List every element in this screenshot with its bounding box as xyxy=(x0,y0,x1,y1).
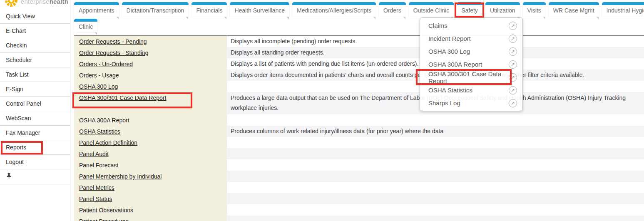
tab-label: Safety xyxy=(461,7,478,14)
tab-fold-icon xyxy=(596,17,599,19)
tab-label: WR Case Mgmt xyxy=(553,7,594,14)
report-description xyxy=(227,114,644,126)
menu-item-incident-report[interactable]: Incident Report ↗ xyxy=(420,32,522,45)
sidebar-item-quick-view[interactable]: Quick View xyxy=(0,9,70,24)
menu-item-label: Sharps Log xyxy=(428,99,460,107)
report-link-orders-usage[interactable]: Orders - Usage xyxy=(79,72,119,79)
sidebar: enterprisehealth Quick View E-Chart Chec… xyxy=(0,0,70,221)
menu-item-osha-300a-report[interactable]: OSHA 300A Report ↗ xyxy=(420,58,522,71)
tab-visits[interactable]: Visits xyxy=(523,2,546,17)
open-in-new-icon[interactable]: ↗ xyxy=(509,22,517,30)
tab-dictation-transcription[interactable]: Dictation/Transcription xyxy=(122,2,189,17)
sidebar-pin-row xyxy=(0,169,70,184)
sidebar-item-webscan[interactable]: WebScan xyxy=(0,111,70,126)
report-description: Produces columns of work related injury/… xyxy=(227,126,644,137)
tab-label: Clinic xyxy=(79,23,93,30)
report-link-order-requests-standing[interactable]: Order Requests - Standing xyxy=(79,50,149,56)
menu-item-sharps-log[interactable]: Sharps Log ↗ xyxy=(420,97,522,109)
tab-label: Medications/Allergies/Scripts xyxy=(297,7,371,14)
menu-item-label: OSHA 300 Log xyxy=(428,48,470,55)
report-link-panel-metrics[interactable]: Panel Metrics xyxy=(79,184,114,191)
tab-label: Financials xyxy=(196,7,222,14)
report-link-panel-membership-by-individual[interactable]: Panel Membership by Individual xyxy=(79,173,162,180)
tab-wr-case-mgmt[interactable]: WR Case Mgmt xyxy=(549,2,599,17)
report-link-order-requests-pending[interactable]: Order Requests - Pending xyxy=(79,38,147,45)
tab-label: Health Surveillance xyxy=(234,7,285,14)
tab-fold-icon xyxy=(186,17,188,19)
open-in-new-icon[interactable]: ↗ xyxy=(509,99,517,107)
tab-fold-icon xyxy=(543,17,545,19)
open-in-new-icon[interactable]: ↗ xyxy=(509,35,517,43)
report-link-patient-observations[interactable]: Patient Observations xyxy=(79,207,133,214)
report-description xyxy=(227,171,644,182)
menu-item-osha-300-log[interactable]: OSHA 300 Log ↗ xyxy=(420,45,522,58)
report-link-panel-forecast[interactable]: Panel Forecast xyxy=(79,162,118,169)
report-link-orders-un-ordered[interactable]: Orders - Un-Ordered xyxy=(79,61,133,67)
menu-item-label: OSHA Statistics xyxy=(428,87,472,94)
sub-tab-bar: Clinic xyxy=(74,19,97,32)
report-link-patient-procedures[interactable]: Patient Procedures xyxy=(79,218,129,221)
report-description xyxy=(227,204,644,216)
report-link-panel-action-definition[interactable]: Panel Action Definition xyxy=(79,139,137,146)
sidebar-item-task-list[interactable]: Task List xyxy=(0,67,70,82)
sidebar-item-checkin[interactable]: Checkin xyxy=(0,38,70,53)
open-in-new-icon[interactable]: ↗ xyxy=(509,47,517,56)
report-link-panel-status[interactable]: Panel Status xyxy=(79,196,112,202)
tab-financials[interactable]: Financials xyxy=(191,2,227,17)
report-description xyxy=(227,148,644,159)
pushpin-icon[interactable] xyxy=(6,172,12,181)
menu-item-label: OSHA 300A Report xyxy=(428,61,482,68)
tab-fold-icon xyxy=(373,17,375,19)
tab-label: Industrial Hygiene xyxy=(607,7,644,14)
module-tab-bar: Appointments Dictation/Transcription Fin… xyxy=(74,2,644,17)
report-description xyxy=(227,137,644,148)
report-description xyxy=(227,159,644,171)
tab-industrial-hygiene[interactable]: Industrial Hygiene xyxy=(602,2,644,17)
tab-outside-clinic[interactable]: Outside Clinic xyxy=(409,2,454,17)
brand-name: enterprisehealth xyxy=(21,0,68,5)
report-link-osha-statistics[interactable]: OSHA Statistics xyxy=(79,128,120,135)
menu-item-claims[interactable]: Claims ↗ xyxy=(420,19,522,32)
tab-utilization[interactable]: Utilization xyxy=(485,2,520,17)
safety-dropdown-menu: Claims ↗ Incident Report ↗ OSHA 300 Log … xyxy=(420,17,523,111)
tab-fold-icon xyxy=(224,17,226,19)
open-in-new-icon[interactable]: ↗ xyxy=(509,86,517,94)
tab-fold-icon xyxy=(286,17,289,19)
tab-label: Utilization xyxy=(490,7,515,14)
report-link-osha-300a-report[interactable]: OSHA 300A Report xyxy=(79,117,129,124)
sidebar-item-e-chart[interactable]: E-Chart xyxy=(0,24,70,38)
sidebar-item-fax-manager[interactable]: Fax Manager xyxy=(0,126,70,140)
sidebar-item-logout[interactable]: Logout xyxy=(0,155,70,169)
sidebar-item-reports[interactable]: Reports xyxy=(0,140,70,155)
tab-safety[interactable]: Safety xyxy=(457,2,482,17)
report-link-osha-300-log[interactable]: OSHA 300 Log xyxy=(79,83,118,90)
logo: enterprisehealth xyxy=(0,0,70,9)
gear-logo-icon xyxy=(4,0,18,9)
menu-item-label: Claims xyxy=(428,22,448,29)
tab-fold-icon xyxy=(403,17,405,19)
tab-medications-allergies-scripts[interactable]: Medications/Allergies/Scripts xyxy=(292,2,376,17)
tab-orders[interactable]: Orders xyxy=(379,2,406,17)
sidebar-item-e-sign[interactable]: E-Sign xyxy=(0,82,70,97)
sidebar-item-control-panel[interactable]: Control Panel xyxy=(0,97,70,111)
tab-fold-icon xyxy=(116,17,119,19)
open-in-new-icon[interactable]: ↗ xyxy=(509,73,517,82)
sidebar-item-label: Reports xyxy=(6,144,26,151)
menu-item-label: OSHA 300/301 Case Data Report xyxy=(428,70,509,84)
report-links-panel: Order Requests - Pending Order Requests … xyxy=(74,36,227,221)
menu-item-label: Incident Report xyxy=(428,35,471,42)
tab-label: Orders xyxy=(383,7,401,14)
tab-appointments[interactable]: Appointments xyxy=(74,2,119,17)
tab-label: Visits xyxy=(527,7,541,14)
tab-health-surveillance[interactable]: Health Surveillance xyxy=(230,2,289,17)
open-in-new-icon[interactable]: ↗ xyxy=(509,60,517,69)
report-link-panel-audit[interactable]: Panel Audit xyxy=(79,151,109,157)
tab-clinic[interactable]: Clinic xyxy=(74,19,97,32)
report-description xyxy=(227,193,644,204)
report-description xyxy=(227,182,644,193)
tab-label: Appointments xyxy=(79,7,114,14)
sidebar-item-scheduler[interactable]: Scheduler xyxy=(0,53,70,67)
menu-item-osha-300-301-case-data-report[interactable]: OSHA 300/301 Case Data Report ↗ xyxy=(420,71,522,84)
report-link-osha-300-301-case-data-report[interactable]: OSHA 300/301 Case Data Report xyxy=(79,94,166,101)
menu-item-osha-statistics[interactable]: OSHA Statistics ↗ xyxy=(420,84,522,97)
